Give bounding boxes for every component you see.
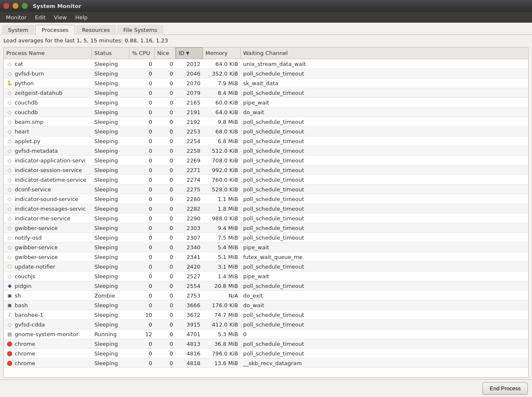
- waiting-channel-cell: poll_schedule_timeout: [241, 214, 528, 223]
- tab-processes[interactable]: Processes: [35, 25, 75, 35]
- waiting-channel-cell: pipe_wait: [241, 243, 528, 252]
- table-row[interactable]: ◇indicator-me-serviceSleeping002290988.0…: [4, 214, 528, 223]
- cpu-cell: 0: [130, 204, 155, 213]
- close-button[interactable]: [3, 3, 9, 9]
- id-cell: 2046: [176, 69, 203, 78]
- table-row[interactable]: ▤gnome-system-monitorRunning12047015.3 M…: [4, 329, 528, 339]
- process-name: chrome: [15, 341, 35, 347]
- id-cell: 2258: [176, 146, 203, 155]
- table-row[interactable]: ⬤chromeSleeping00481336.8 MiBpoll_schedu…: [4, 339, 528, 349]
- maximize-button[interactable]: [22, 3, 28, 9]
- waiting-channel-cell: poll_schedule_timeout: [241, 136, 528, 146]
- process-name: gwibber-service: [15, 244, 58, 251]
- table-row[interactable]: ◆pidginSleeping00255420.8 MiBpoll_schedu…: [4, 281, 528, 291]
- tab-file-systems[interactable]: File Systems: [117, 25, 163, 35]
- menu-item-monitor[interactable]: Monitor: [2, 13, 31, 22]
- column-header-memory[interactable]: Memory: [203, 47, 241, 59]
- status-cell: Sleeping: [92, 320, 130, 329]
- menu-item-view[interactable]: View: [50, 13, 71, 22]
- load-averages: Load averages for the last 1, 5, 15 minu…: [3, 37, 529, 44]
- table-row[interactable]: ◇gvfsd-metadataSleeping002258512.0 KiBpo…: [4, 146, 528, 156]
- nice-cell: 0: [155, 185, 176, 194]
- column-header-id[interactable]: ID▼: [176, 47, 203, 59]
- minimize-button[interactable]: [13, 3, 18, 9]
- waiting-channel-cell: poll_schedule_timeout: [241, 175, 528, 184]
- menu-item-help[interactable]: Help: [71, 13, 92, 22]
- status-cell: Sleeping: [92, 252, 130, 261]
- table-row[interactable]: ◇gvfsd-burnSleeping002046352.0 KiBpoll_s…: [4, 69, 528, 78]
- table-row[interactable]: ◇couchjsSleeping0025271.4 MiBpipe_wait: [4, 272, 528, 281]
- id-cell: 3672: [176, 310, 203, 319]
- nice-cell: 0: [155, 175, 176, 184]
- column-header-status[interactable]: Status: [92, 47, 130, 59]
- process-name-cell: ◇gwibber-service: [4, 223, 92, 232]
- process-name: gvfsd-metadata: [15, 148, 58, 154]
- memory-cell: 64.0 KiB: [203, 107, 241, 117]
- nice-cell: 0: [155, 281, 176, 290]
- memory-cell: 988.0 KiB: [203, 214, 241, 223]
- tab-resources[interactable]: Resources: [76, 25, 116, 35]
- process-icon: ◇: [6, 138, 13, 144]
- memory-cell: 20.8 MiB: [203, 281, 241, 290]
- table-row[interactable]: ▣shZombie002753N/Ado_exit: [4, 291, 528, 300]
- cpu-cell: 0: [130, 281, 155, 290]
- id-cell: 2753: [176, 291, 203, 300]
- table-row[interactable]: ⬤chromeSleeping004816796.0 KiBpoll_sched…: [4, 349, 528, 358]
- process-icon: ◇: [6, 196, 13, 202]
- table-row[interactable]: ◇gwibber-serviceSleeping0023405.4 MiBpip…: [4, 243, 528, 252]
- table-row[interactable]: ◇indicator-application-serviSleeping0022…: [4, 156, 528, 165]
- table-row[interactable]: ◇gvfsd-cddaSleeping003915412.0 KiBpoll_s…: [4, 320, 528, 329]
- column-header-waiting[interactable]: Waiting Channel: [241, 47, 528, 59]
- tab-system[interactable]: System: [2, 25, 34, 35]
- process-name: beam.smp: [15, 119, 44, 125]
- process-name: couchdb: [15, 99, 38, 106]
- table-row[interactable]: ♪banshee-1Sleeping100367274.7 MiBpoll_sc…: [4, 310, 528, 320]
- process-name-cell: ◇indicator-messages-servic: [4, 204, 92, 213]
- column-header-cpu[interactable]: % CPU: [130, 47, 155, 59]
- table-row[interactable]: ◇gwibber-serviceSleeping0023415.1 MiBfut…: [4, 252, 528, 262]
- table-row[interactable]: ▣bashSleeping003666176.0 KiBdo_wait: [4, 300, 528, 310]
- table-row[interactable]: ⬤chromeSleeping00481813.6 MiB__skb_recv_…: [4, 358, 528, 368]
- table-row[interactable]: ◇zeitgeist-datahubSleeping0020798.4 MiBp…: [4, 88, 528, 98]
- table-body[interactable]: ◇catSleeping00201264.0 KiBunix_stream_da…: [4, 59, 528, 377]
- process-name-cell: ▣sh: [4, 291, 92, 300]
- id-cell: 2269: [176, 156, 203, 165]
- table-row[interactable]: ◇indicator-datetime-serviceSleeping00227…: [4, 175, 528, 185]
- status-cell: Sleeping: [92, 214, 130, 223]
- menu-item-edit[interactable]: Edit: [31, 13, 49, 22]
- table-row[interactable]: ◇indicator-session-serviceSleeping002271…: [4, 165, 528, 175]
- process-name: notify-osd: [15, 235, 42, 241]
- waiting-channel-cell: poll_schedule_timeout: [241, 117, 528, 126]
- table-row[interactable]: ◇heartSleeping00225368.0 KiBpoll_schedul…: [4, 127, 528, 136]
- table-row[interactable]: ◇beam.smpSleeping0021929.8 MiBpoll_sched…: [4, 117, 528, 127]
- waiting-channel-cell: poll_schedule_timeout: [241, 194, 528, 204]
- process-icon: ◇: [6, 215, 13, 222]
- table-row[interactable]: ◇applet.pySleeping0022546.8 MiBpoll_sche…: [4, 136, 528, 146]
- end-process-button[interactable]: End Process: [483, 382, 528, 394]
- table-row[interactable]: ◇couchdbSleeping00219164.0 KiBdo_wait: [4, 107, 528, 117]
- process-name: heart: [15, 128, 29, 135]
- table-row[interactable]: ◇notify-osdSleeping0023077.5 MiBpoll_sch…: [4, 233, 528, 243]
- column-header-nice[interactable]: Nice: [155, 47, 176, 59]
- table-row[interactable]: ◇couchdbSleeping00216560.0 KiBpipe_wait: [4, 98, 528, 107]
- status-cell: Sleeping: [92, 243, 130, 252]
- process-name: python: [15, 80, 34, 86]
- memory-cell: 992.0 KiB: [203, 165, 241, 175]
- cpu-cell: 0: [130, 349, 155, 358]
- table-row[interactable]: ◇gwibber-serviceSleeping0023039.4 MiBpol…: [4, 223, 528, 233]
- waiting-channel-cell: poll_schedule_timeout: [241, 156, 528, 165]
- cpu-cell: 0: [130, 107, 155, 117]
- memory-cell: 6.8 MiB: [203, 136, 241, 146]
- waiting-channel-cell: 0: [241, 329, 528, 339]
- table-row[interactable]: 🐍pythonSleeping0020707.9 MiBsk_wait_data: [4, 78, 528, 88]
- cpu-cell: 0: [130, 223, 155, 232]
- table-row[interactable]: ◇indicator-messages-servicSleeping002282…: [4, 204, 528, 214]
- waiting-channel-cell: poll_schedule_timeout: [241, 146, 528, 155]
- nice-cell: 0: [155, 252, 176, 261]
- column-header-name[interactable]: Process Name: [4, 47, 92, 59]
- cpu-cell: 0: [130, 88, 155, 97]
- table-row[interactable]: ◇indicator-sound-serviceSleeping0022801.…: [4, 194, 528, 204]
- table-row[interactable]: ◇dconf-serviceSleeping002275528.0 KiBpol…: [4, 185, 528, 194]
- table-row[interactable]: ⬡update-notifierSleeping0024203.1 MiBpol…: [4, 262, 528, 272]
- table-row[interactable]: ◇catSleeping00201264.0 KiBunix_stream_da…: [4, 59, 528, 69]
